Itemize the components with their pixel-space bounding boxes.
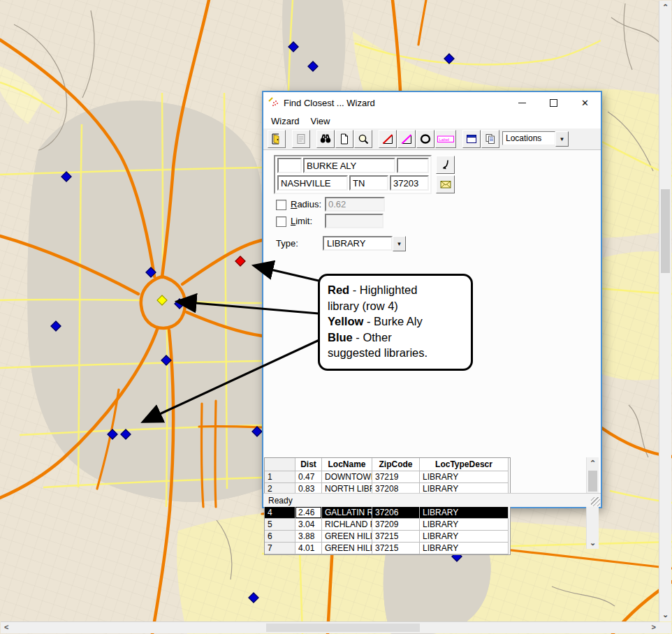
table-cell[interactable]: DOWNTOWN [322, 471, 372, 483]
callout-line: Blue - Other [328, 330, 471, 346]
col-header-num[interactable] [265, 458, 295, 471]
unit-field[interactable] [397, 158, 429, 173]
map-scroll-left-icon[interactable]: < [4, 624, 8, 631]
street-field[interactable] [303, 158, 395, 173]
table-cell[interactable]: 4.01 [295, 543, 322, 554]
dialog-menubar: Wizard View [263, 113, 601, 128]
magenta-line-tool-button[interactable] [397, 130, 416, 148]
dialog-title: Find Closest ... Wizard [284, 98, 375, 108]
new-document-icon [338, 133, 351, 145]
callout-line: Red - Highlighted [328, 282, 471, 298]
scrollbar-corner [659, 622, 671, 633]
callout-line: library (row 4) [328, 298, 471, 314]
label-tool-button[interactable]: Label [435, 130, 456, 148]
minimize-button[interactable] [506, 92, 538, 113]
exit-door-button[interactable] [268, 130, 286, 148]
locations-dropdown-value[interactable]: Locations [502, 131, 555, 145]
house-number-field[interactable] [277, 158, 302, 173]
map-window: Find Closest ... Wizard ✕ Wizard View [0, 0, 672, 634]
map-horizontal-scrollbar[interactable]: < > [1, 621, 659, 633]
copy-icon [484, 133, 497, 145]
col-header-locname[interactable]: LocName [322, 458, 372, 471]
state-field[interactable] [349, 175, 388, 191]
limit-label: Limit: [291, 216, 312, 226]
table-cell-selected[interactable]: 37206 [372, 507, 420, 519]
limit-checkbox[interactable] [276, 216, 286, 227]
table-cell[interactable]: 37209 [372, 519, 420, 531]
table-cell[interactable]: 37215 [372, 531, 420, 543]
row-header[interactable]: 7 [265, 543, 295, 554]
map-scroll-down-icon[interactable]: ⌄ [662, 611, 669, 619]
scroll-down-icon[interactable]: ⌄ [590, 539, 596, 547]
circle-tool-button[interactable] [416, 130, 434, 148]
status-bar: Ready [263, 493, 601, 507]
svg-text:Label: Label [439, 138, 450, 142]
type-dropdown-value[interactable]: LIBRARY [323, 236, 393, 251]
table-cell[interactable]: GREEN HILL [322, 543, 372, 554]
radius-field[interactable] [325, 197, 385, 212]
window-icon [465, 133, 478, 145]
callout-line: Yellow - Burke Aly [328, 314, 471, 330]
new-window-button[interactable] [462, 130, 481, 148]
table-cell-selected[interactable]: LIBRARY [420, 507, 509, 519]
table-scrollbar-thumb[interactable] [588, 471, 597, 492]
table-cell[interactable]: 3.04 [295, 519, 322, 531]
limit-field[interactable] [325, 214, 384, 228]
table-cell[interactable]: RICHLAND P [322, 519, 372, 531]
table-cell[interactable]: LIBRARY [420, 471, 509, 483]
table-cell[interactable]: GREEN HILL [322, 531, 372, 543]
maximize-button[interactable] [538, 92, 569, 113]
type-dropdown[interactable]: LIBRARY ▼ [323, 236, 406, 251]
mail-button[interactable] [436, 175, 455, 193]
minimize-icon [518, 103, 526, 103]
table-cell[interactable]: 37219 [372, 471, 420, 483]
row-header-selected[interactable]: 4 [265, 507, 295, 519]
row-header[interactable]: 5 [265, 519, 295, 531]
menu-wizard[interactable]: Wizard [265, 115, 305, 128]
table-cell[interactable]: LIBRARY [420, 519, 509, 531]
find-button[interactable] [316, 130, 335, 148]
row-header[interactable]: 1 [265, 471, 295, 483]
red-line-tool-button[interactable] [379, 130, 397, 148]
table-cell[interactable]: LIBRARY [420, 531, 509, 543]
map-vertical-thumb[interactable] [661, 189, 670, 273]
callout-line: suggested libraries. [328, 345, 471, 361]
exit-door-icon [270, 133, 283, 145]
properties-button[interactable] [292, 130, 310, 148]
zip-field[interactable] [390, 175, 429, 191]
properties-icon [295, 133, 307, 145]
menu-view[interactable]: View [305, 115, 335, 128]
copy-button[interactable] [481, 130, 499, 148]
new-query-button[interactable] [335, 130, 353, 148]
table-cell-focused[interactable]: 2.46 [295, 507, 322, 519]
map-scroll-right-icon[interactable]: > [652, 624, 656, 631]
radius-checkbox[interactable] [276, 200, 286, 210]
close-button[interactable]: ✕ [569, 92, 601, 113]
dropdown-arrow-icon[interactable]: ▼ [555, 131, 569, 147]
type-label: Type: [276, 238, 298, 249]
type-dropdown-arrow-icon[interactable]: ▼ [393, 236, 406, 251]
map-vertical-scrollbar[interactable]: ⌃ ⌄ [659, 1, 671, 621]
table-cell[interactable]: 37215 [372, 543, 420, 554]
curved-arrow-icon [439, 158, 452, 171]
geocode-button[interactable] [436, 156, 455, 174]
col-header-zipcode[interactable]: ZipCode [372, 458, 420, 471]
map-scroll-up-icon[interactable]: ⌃ [662, 3, 669, 11]
col-header-loctype[interactable]: LocTypeDescr [420, 458, 509, 471]
zoom-button[interactable] [354, 130, 372, 148]
binoculars-icon [319, 133, 332, 145]
table-cell[interactable]: 3.88 [295, 531, 322, 543]
locations-dropdown[interactable]: Locations ▼ [502, 131, 569, 147]
circle-icon [419, 133, 432, 145]
map-horizontal-thumb[interactable] [266, 624, 420, 632]
resize-grip[interactable] [591, 497, 600, 506]
row-header[interactable]: 6 [265, 531, 295, 543]
status-text: Ready [268, 496, 293, 506]
table-cell-selected[interactable]: GALLATIN R [322, 507, 372, 519]
scroll-up-icon[interactable]: ⌃ [590, 459, 596, 467]
city-field[interactable] [277, 175, 348, 191]
col-header-dist[interactable]: Dist [295, 458, 322, 471]
table-cell[interactable]: LIBRARY [420, 543, 509, 554]
dialog-titlebar[interactable]: Find Closest ... Wizard ✕ [263, 92, 601, 113]
table-cell[interactable]: 0.47 [295, 471, 322, 483]
